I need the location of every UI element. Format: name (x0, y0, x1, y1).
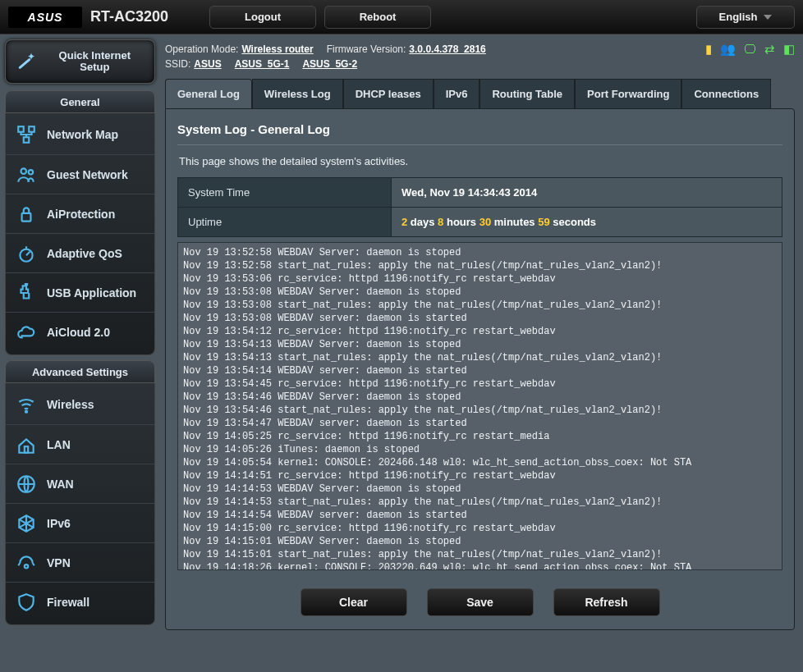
uptime-value: 2 days 8 hours 30 minutes 59 seconds (392, 208, 782, 237)
section-header-advanced: Advanced Settings (5, 360, 155, 383)
wand-icon (14, 51, 35, 72)
ssid-link-2[interactable]: ASUS_5G-2 (302, 58, 357, 70)
adaptive-qos-icon (16, 243, 37, 264)
fw-version-link[interactable]: 3.0.0.4.378_2816 (409, 43, 485, 55)
sidebar-item-label: Firewall (47, 596, 89, 609)
svg-rect-2 (24, 137, 30, 143)
sidebar-item-label: LAN (47, 438, 71, 451)
model-label: RT-AC3200 (90, 8, 168, 25)
language-label: English (719, 11, 758, 23)
sidebar-item-adaptive-qos[interactable]: Adaptive QoS (6, 233, 154, 272)
sidebar-item-label: AiCloud 2.0 (47, 326, 110, 339)
svg-point-7 (25, 411, 27, 413)
sidebar-item-label: USB Application (47, 286, 136, 299)
svg-point-10 (25, 565, 28, 568)
refresh-button[interactable]: Refresh (553, 588, 660, 616)
reboot-button[interactable]: Reboot (324, 6, 431, 29)
svg-rect-5 (22, 213, 31, 221)
guest-network-icon (16, 164, 37, 185)
system-time-value: Wed, Nov 19 14:34:43 2014 (392, 178, 782, 208)
sidebar-item-ipv6[interactable]: IPv6 (6, 503, 154, 542)
brand-logo: ASUS (8, 7, 82, 28)
op-mode-link[interactable]: Wireless router (241, 43, 313, 55)
system-time-label: System Time (178, 178, 392, 208)
sidebar-item-label: Adaptive QoS (47, 247, 122, 260)
qis-label: Quick Internet Setup (44, 50, 146, 73)
tab-port-forwarding[interactable]: Port Forwarding (575, 79, 681, 108)
sidebar-item-lan[interactable]: LAN (6, 424, 154, 464)
sidebar-item-label: AiProtection (47, 208, 115, 221)
ssid-link-0[interactable]: ASUS (194, 58, 221, 70)
aicloud-2-0-icon (16, 322, 37, 343)
system-log-textarea[interactable] (177, 242, 782, 570)
sidebar-item-aiprotection[interactable]: AiProtection (6, 194, 154, 233)
sidebar-item-label: IPv6 (47, 517, 71, 530)
svg-rect-1 (29, 126, 34, 132)
tab-wireless-log[interactable]: Wireless Log (252, 79, 343, 108)
ssid-label: SSID: (165, 58, 190, 70)
save-button[interactable]: Save (427, 588, 534, 616)
lan-icon (16, 434, 37, 455)
tab-routing-table[interactable]: Routing Table (480, 79, 575, 108)
sidebar-item-wireless[interactable]: Wireless (6, 385, 154, 424)
uptime-label: Uptime (178, 208, 392, 237)
sidebar-item-label: VPN (47, 556, 71, 569)
sidebar-item-aicloud-2-0[interactable]: AiCloud 2.0 (6, 312, 154, 351)
network-map-icon (16, 124, 37, 145)
sidebar-item-usb-application[interactable]: USB Application (6, 272, 154, 312)
ipv6-icon (16, 513, 37, 534)
bulb-icon[interactable]: ▮ (705, 42, 712, 57)
language-selector[interactable]: English (696, 6, 795, 29)
tab-ipv6[interactable]: IPv6 (434, 79, 480, 108)
panel-title: System Log - General Log (177, 122, 782, 145)
aiprotection-icon (16, 203, 37, 225)
sidebar-item-guest-network[interactable]: Guest Network (6, 154, 154, 194)
tab-dhcp-leases[interactable]: DHCP leases (343, 79, 434, 108)
sidebar-item-label: Guest Network (47, 168, 128, 181)
svg-point-4 (29, 170, 33, 174)
users-icon[interactable]: 👥 (720, 42, 736, 57)
panel-description: This page shows the detailed system's ac… (177, 145, 782, 177)
chevron-down-icon (764, 15, 772, 20)
sidebar-item-firewall[interactable]: Firewall (6, 582, 154, 621)
usb-icon[interactable]: ⇄ (764, 42, 775, 57)
sidebar-item-label: Wireless (47, 398, 94, 411)
sidebar-item-label: WAN (47, 478, 74, 491)
ssid-link-1[interactable]: ASUS_5G-1 (235, 58, 290, 70)
sidebar-item-vpn[interactable]: VPN (6, 542, 154, 582)
op-mode-label: Operation Mode: (165, 43, 238, 55)
wireless-icon (16, 394, 37, 415)
vpn-icon (16, 552, 37, 574)
svg-point-3 (21, 168, 27, 174)
svg-point-6 (20, 249, 32, 261)
clear-button[interactable]: Clear (301, 588, 407, 616)
section-header-general: General (5, 90, 155, 113)
tab-general-log[interactable]: General Log (165, 79, 252, 108)
logout-button[interactable]: Logout (209, 6, 316, 29)
fw-label: Firmware Version: (327, 43, 406, 55)
usb-application-icon (16, 282, 37, 304)
sidebar-item-network-map[interactable]: Network Map (6, 115, 154, 154)
quick-internet-setup-button[interactable]: Quick Internet Setup (5, 39, 155, 84)
svg-rect-0 (18, 126, 24, 132)
svg-rect-8 (25, 446, 28, 453)
signal-icon[interactable]: ◧ (783, 42, 795, 57)
sidebar-item-wan[interactable]: WAN (6, 464, 154, 503)
wan-icon (16, 473, 37, 495)
link-icon[interactable]: 🖵 (744, 42, 756, 57)
firewall-icon (16, 592, 37, 613)
sidebar-item-label: Network Map (47, 128, 118, 141)
tab-connections[interactable]: Connections (681, 79, 771, 108)
